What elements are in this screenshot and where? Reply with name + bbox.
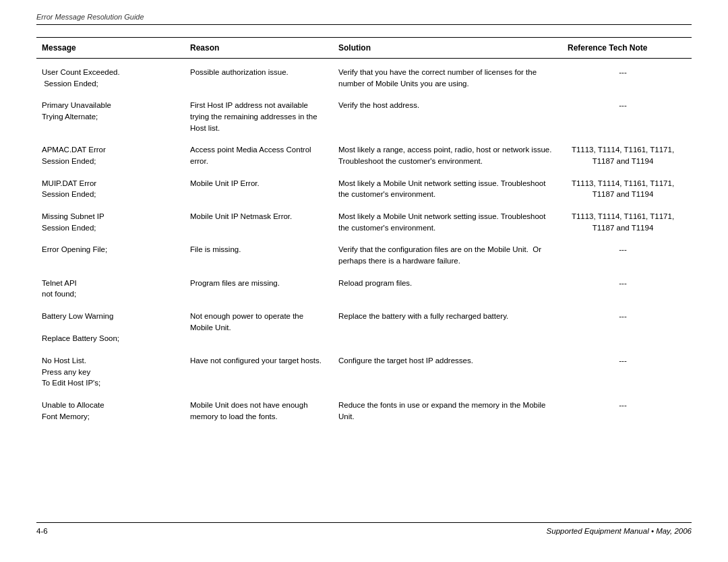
footer-manual-name: Supported Equipment Manual — [547, 527, 649, 535]
table-row: User Count Exceeded. Session Ended; Poss… — [36, 61, 692, 94]
col-header-reason: Reason — [185, 42, 333, 54]
cell-solution: Replace the battery with a fully recharg… — [333, 309, 562, 323]
cell-ref: --- — [562, 309, 684, 323]
table-container: Message Reason Solution Reference Tech N… — [36, 37, 692, 522]
column-headers: Message Reason Solution Reference Tech N… — [36, 37, 692, 59]
col-header-ref: Reference Tech Note — [562, 42, 684, 54]
col-header-message: Message — [36, 42, 185, 54]
cell-ref: --- — [562, 354, 684, 368]
col-header-solution: Solution — [333, 42, 562, 54]
cell-message: Missing Subnet IP Session Ended; — [36, 210, 185, 235]
cell-message: User Count Exceeded. Session Ended; — [36, 65, 185, 90]
cell-solution: Verify that the configuration files are … — [333, 243, 562, 268]
page-wrapper: Error Message Resolution Guide Message R… — [0, 0, 728, 562]
cell-reason: Access point Media Access Control error. — [185, 143, 333, 168]
cell-message: Telnet API not found; — [36, 276, 185, 301]
table-row: Battery Low Warning Replace Battery Soon… — [36, 305, 692, 350]
cell-message: APMAC.DAT Error Session Ended; — [36, 143, 185, 168]
cell-message: Unable to Allocate Font Memory; — [36, 398, 185, 423]
cell-message: No Host List. Press any key To Edit Host… — [36, 354, 185, 390]
footer-date: May, 2006 — [656, 527, 692, 535]
cell-solution: Most likely a range, access point, radio… — [333, 143, 562, 168]
cell-message: Battery Low Warning Replace Battery Soon… — [36, 309, 185, 346]
cell-ref: --- — [562, 276, 684, 290]
cell-solution: Configure the target host IP addresses. — [333, 354, 562, 368]
cell-ref: --- — [562, 65, 684, 80]
cell-message: Primary Unavailable Trying Alternate; — [36, 98, 185, 123]
cell-ref: T1113, T1114, T1161, T1171, T1187 and T1… — [562, 177, 684, 201]
table-row: Missing Subnet IP Session Ended; Mobile … — [36, 206, 692, 239]
cell-reason: Possible authorization issue. — [185, 65, 333, 80]
cell-reason: Mobile Unit IP Netmask Error. — [185, 210, 333, 224]
cell-solution: Most likely a Mobile Unit network settin… — [333, 177, 562, 201]
cell-solution: Reload program files. — [333, 276, 562, 290]
cell-reason: File is missing. — [185, 243, 333, 257]
footer-bar: 4-6 Supported Equipment Manual • May, 20… — [36, 522, 692, 535]
cell-reason: Program files are missing. — [185, 276, 333, 290]
cell-solution: Verify the host address. — [333, 98, 562, 113]
table-row: APMAC.DAT Error Session Ended; Access po… — [36, 139, 692, 172]
header-bar: Error Message Resolution Guide — [36, 12, 692, 25]
table-row: Primary Unavailable Trying Alternate; Fi… — [36, 94, 692, 139]
cell-reason: Mobile Unit IP Error. — [185, 177, 333, 191]
table-row: Unable to Allocate Font Memory; Mobile U… — [36, 394, 692, 427]
footer-bullet: • — [649, 527, 656, 535]
table-row: Error Opening File; File is missing. Ver… — [36, 239, 692, 272]
table-row: MUIP.DAT Error Session Ended; Mobile Uni… — [36, 173, 692, 206]
cell-reason: Mobile Unit does not have enough memory … — [185, 398, 333, 423]
cell-ref: --- — [562, 243, 684, 257]
table-body: User Count Exceeded. Session Ended; Poss… — [36, 61, 692, 427]
footer-page-number: 4-6 — [36, 527, 48, 535]
table-row: No Host List. Press any key To Edit Host… — [36, 350, 692, 394]
cell-ref: T1113, T1114, T1161, T1171, T1187 and T1… — [562, 143, 684, 168]
footer-right-text: Supported Equipment Manual • May, 2006 — [547, 527, 692, 535]
cell-solution: Verify that you have the correct number … — [333, 65, 562, 90]
cell-ref: T1113, T1114, T1161, T1171, T1187 and T1… — [562, 210, 684, 235]
cell-message: MUIP.DAT Error Session Ended; — [36, 177, 185, 201]
cell-reason: Have not configured your target hosts. — [185, 354, 333, 368]
cell-message: Error Opening File; — [36, 243, 185, 257]
header-title: Error Message Resolution Guide — [36, 13, 144, 21]
cell-solution: Most likely a Mobile Unit network settin… — [333, 210, 562, 235]
cell-ref: --- — [562, 398, 684, 412]
cell-reason: First Host IP address not available tryi… — [185, 98, 333, 135]
cell-ref: --- — [562, 98, 684, 113]
cell-solution: Reduce the fonts in use or expand the me… — [333, 398, 562, 423]
cell-reason: Not enough power to operate the Mobile U… — [185, 309, 333, 334]
table-row: Telnet API not found; Program files are … — [36, 272, 692, 305]
